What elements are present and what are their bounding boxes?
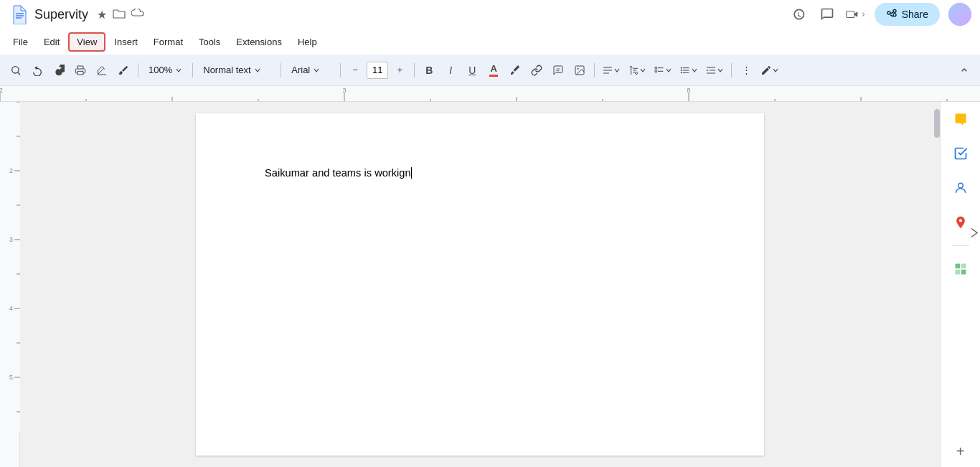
sep1 [138,63,138,77]
print-button[interactable] [70,60,90,80]
svg-point-9 [578,67,579,69]
more-options-button[interactable]: ⋮ [736,60,756,80]
align-button[interactable] [599,60,623,80]
document-content[interactable]: Saikumar and teams is workign [265,165,695,380]
svg-rect-28 [961,264,966,269]
sidebar-expand-icon[interactable] [970,225,980,242]
document-text: Saikumar and teams is workign [265,167,411,179]
title-bar: Supervity ★ Share [0,0,980,29]
highlight-button[interactable] [505,60,525,80]
font-size-control: − + [345,60,410,80]
checklist-button[interactable] [651,60,675,80]
menu-insert[interactable]: Insert [107,34,145,50]
font-size-input[interactable] [367,62,388,79]
indent-button[interactable] [702,60,727,80]
svg-point-26 [958,183,963,188]
user-avatar[interactable] [948,3,971,26]
edit-mode-button[interactable] [758,60,782,80]
undo-button[interactable] [27,60,47,80]
italic-button[interactable]: I [440,60,461,80]
insert-image-button[interactable] [570,60,590,80]
svg-rect-4 [846,11,854,18]
collapse-toolbar-button[interactable] [954,60,974,80]
paint-format-button[interactable] [113,60,133,80]
sep2 [192,63,193,77]
svg-rect-30 [961,270,966,275]
menu-format[interactable]: Format [146,34,190,50]
left-ruler [0,102,20,467]
meet-icon[interactable] [846,4,866,24]
add-sidebar-button[interactable]: + [951,441,971,461]
sep3 [281,63,281,77]
sheets-sidebar-icon[interactable] [949,258,972,280]
menu-extensions[interactable]: Extensions [229,34,289,50]
star-icon[interactable]: ★ [97,8,107,22]
svg-point-19 [681,70,682,71]
right-sidebar: + [940,102,980,467]
sep7 [731,63,732,77]
svg-rect-13 [655,67,657,69]
text-style-dropdown[interactable]: Normal text [197,60,276,80]
contacts-sidebar-icon[interactable] [949,176,972,199]
sep5 [414,63,415,77]
toolbar: 100% Normal text Arial − + B I U A [0,55,980,86]
menu-file[interactable]: File [6,34,35,50]
sidebar-separator [952,245,969,246]
history-icon[interactable] [788,4,809,24]
sep4 [340,63,341,77]
svg-point-21 [681,72,682,73]
svg-point-17 [681,67,682,68]
line-spacing-button[interactable] [625,60,649,80]
bullet-list-button[interactable] [677,60,701,80]
text-color-button[interactable]: A [484,60,504,80]
svg-rect-27 [955,264,960,269]
ruler [0,86,980,102]
tasks-sidebar-icon[interactable] [949,142,972,165]
app-icon[interactable] [9,4,29,24]
svg-rect-29 [955,270,960,275]
notes-sidebar-icon[interactable] [949,108,972,131]
menu-bar: File Edit View Insert Format Tools Exten… [0,29,980,55]
font-size-increase[interactable]: + [390,60,410,80]
font-size-decrease[interactable]: − [345,60,365,80]
doc-title[interactable]: Supervity [34,7,88,22]
document-area[interactable]: Saikumar and teams is workign [20,102,940,467]
bold-button[interactable]: B [419,60,439,80]
zoom-dropdown[interactable]: 100% [143,60,188,80]
sep6 [594,63,595,77]
font-dropdown[interactable]: Arial [286,60,336,80]
comment-panel-icon[interactable] [817,4,837,24]
search-button[interactable] [6,60,26,80]
svg-rect-15 [655,70,657,72]
spellcheck-button[interactable] [92,60,112,80]
link-button[interactable] [527,60,547,80]
menu-edit[interactable]: Edit [37,34,67,50]
cloud-icon[interactable] [131,9,146,21]
menu-view[interactable]: View [68,32,105,52]
share-button[interactable]: Share [875,3,940,26]
menu-help[interactable]: Help [291,34,324,50]
folder-icon[interactable] [113,9,126,21]
insert-comment-button[interactable] [548,60,568,80]
main-area: Saikumar and teams is workign [0,102,980,467]
menu-tools[interactable]: Tools [192,34,227,50]
text-cursor [411,167,412,179]
underline-button[interactable]: U [462,60,482,80]
document-page: Saikumar and teams is workign [196,113,764,456]
maps-sidebar-icon[interactable] [949,211,972,234]
redo-button[interactable] [49,60,69,80]
